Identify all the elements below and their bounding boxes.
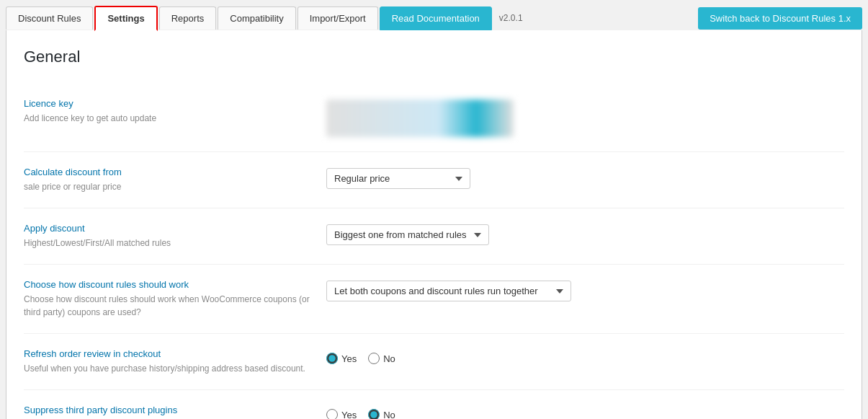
setting-control-refresh: Yes No bbox=[326, 348, 844, 364]
setting-label-calculate: Calculate discount from bbox=[24, 167, 326, 177]
setting-label-col-apply: Apply discount Highest/Lowest/First/All … bbox=[24, 223, 326, 250]
tab-discount-rules[interactable]: Discount Rules bbox=[6, 6, 93, 30]
setting-row-calculate-discount: Calculate discount from sale price or re… bbox=[24, 152, 844, 208]
setting-desc-licence: Add licence key to get auto update bbox=[24, 112, 326, 125]
setting-label-licence: Licence key bbox=[24, 98, 326, 109]
tab-read-docs[interactable]: Read Documentation bbox=[380, 6, 492, 30]
radio-refresh-yes[interactable]: Yes bbox=[326, 353, 357, 364]
radio-suppress-yes-input[interactable] bbox=[326, 409, 338, 419]
radio-refresh-no-label: No bbox=[383, 353, 395, 364]
tab-settings[interactable]: Settings bbox=[94, 6, 157, 31]
radio-refresh-yes-label: Yes bbox=[341, 353, 357, 364]
radio-refresh-no[interactable]: No bbox=[368, 353, 395, 364]
setting-control-suppress: Yes No bbox=[326, 405, 844, 419]
setting-row-licence-key: Licence key Add licence key to get auto … bbox=[24, 84, 844, 152]
tab-import-export[interactable]: Import/Export bbox=[297, 6, 378, 30]
setting-control-coupon: Let both coupons and discount rules run … bbox=[326, 279, 844, 301]
switch-back-button[interactable]: Switch back to Discount Rules 1.x bbox=[698, 7, 862, 30]
setting-row-apply-discount: Apply discount Highest/Lowest/First/All … bbox=[24, 208, 844, 265]
setting-label-coupon: Choose how discount rules should work bbox=[24, 279, 326, 290]
main-content: General Licence key Add licence key to g… bbox=[6, 30, 862, 419]
setting-control-licence bbox=[326, 98, 844, 137]
calculate-discount-select[interactable]: Regular price Sale price bbox=[326, 168, 470, 189]
radio-group-suppress: Yes No bbox=[326, 406, 395, 419]
setting-label-apply: Apply discount bbox=[24, 223, 326, 234]
setting-desc-coupon: Choose how discount rules should work wh… bbox=[24, 293, 326, 319]
radio-suppress-yes[interactable]: Yes bbox=[326, 409, 357, 419]
radio-refresh-yes-input[interactable] bbox=[326, 353, 338, 364]
setting-label-col-refresh: Refresh order review in checkout Useful … bbox=[24, 348, 326, 375]
tab-reports[interactable]: Reports bbox=[159, 6, 217, 30]
version-label: v2.0.1 bbox=[493, 13, 529, 23]
radio-group-refresh: Yes No bbox=[326, 350, 395, 364]
setting-label-suppress: Suppress third party discount plugins bbox=[24, 405, 326, 415]
setting-label-col-licence: Licence key Add licence key to get auto … bbox=[24, 98, 326, 125]
setting-label-col-coupon: Choose how discount rules should work Ch… bbox=[24, 279, 326, 319]
setting-desc-calculate: sale price or regular price bbox=[24, 180, 326, 193]
setting-control-apply: Biggest one from matched rules Lowest on… bbox=[326, 223, 844, 245]
apply-discount-select[interactable]: Biggest one from matched rules Lowest on… bbox=[326, 224, 489, 245]
coupon-rules-select[interactable]: Let both coupons and discount rules run … bbox=[326, 281, 571, 301]
setting-desc-refresh: Useful when you have purchase history/sh… bbox=[24, 362, 326, 375]
radio-suppress-yes-label: Yes bbox=[341, 410, 357, 420]
setting-control-calculate: Regular price Sale price bbox=[326, 167, 844, 189]
page-title: General bbox=[24, 48, 844, 66]
radio-refresh-no-input[interactable] bbox=[368, 353, 380, 364]
radio-suppress-no-input[interactable] bbox=[368, 409, 380, 419]
setting-label-col-suppress: Suppress third party discount plugins su… bbox=[24, 405, 326, 419]
setting-desc-apply: Highest/Lowest/First/All matched rules bbox=[24, 237, 326, 250]
setting-row-suppress: Suppress third party discount plugins su… bbox=[24, 390, 844, 419]
nav-bar: Discount Rules Settings Reports Compatib… bbox=[0, 0, 868, 30]
setting-label-col-calculate: Calculate discount from sale price or re… bbox=[24, 167, 326, 193]
radio-suppress-no-label: No bbox=[383, 410, 395, 420]
setting-row-refresh-order: Refresh order review in checkout Useful … bbox=[24, 334, 844, 390]
radio-suppress-no[interactable]: No bbox=[368, 409, 395, 419]
licence-key-blurred bbox=[326, 100, 514, 137]
tab-compatibility[interactable]: Compatibility bbox=[218, 6, 295, 30]
setting-label-refresh: Refresh order review in checkout bbox=[24, 348, 326, 359]
setting-row-coupon-rules: Choose how discount rules should work Ch… bbox=[24, 265, 844, 334]
